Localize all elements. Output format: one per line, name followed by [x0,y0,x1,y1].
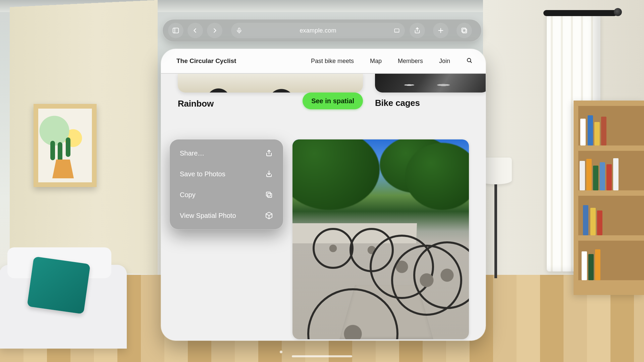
card-bike-cages: Bike cages [375,74,486,108]
nav-past-bike-meets[interactable]: Past bike meets [311,58,354,65]
sidebar-icon [172,27,179,34]
wall-art-plant [38,109,92,182]
wall-art-frame [34,104,97,187]
svg-rect-0 [173,28,179,33]
share-button[interactable] [410,23,425,38]
tabs-overview-button[interactable] [457,23,472,38]
cushion-teal [27,256,90,314]
svg-rect-8 [463,29,467,33]
chevron-right-icon [211,27,218,34]
plus-icon [437,27,444,34]
site-nav: Past bike meets Map Members Join [311,57,472,65]
browser-toolbar: example.com [163,19,481,42]
back-button[interactable] [187,23,203,38]
site-search-button[interactable] [466,57,472,65]
bookshelf [574,101,644,295]
svg-rect-12 [268,193,272,197]
context-menu-share[interactable]: Share… [172,143,280,164]
nav-join[interactable]: Join [439,58,450,65]
sofa [0,265,127,349]
tabs-icon [461,27,468,34]
context-menu: Share… Save to Photos [170,139,283,229]
spatial-photo-bikes[interactable] [292,139,469,339]
microphone-icon [236,27,243,34]
pagination-dot [280,351,282,353]
share-icon [265,149,273,157]
search-icon [466,57,472,63]
forward-button[interactable] [207,23,222,38]
thumbnail-rainbow-bike[interactable] [178,74,363,93]
site-title: The Circular Cyclist [176,57,236,65]
svg-rect-9 [462,28,466,32]
new-tab-button[interactable] [433,23,448,38]
curtain-rod [543,10,617,16]
see-in-spatial-button[interactable]: See in spatial [303,93,363,109]
svg-rect-2 [238,28,240,31]
nav-map[interactable]: Map [370,58,382,65]
card-rainbow-title: Rainbow [178,99,214,109]
card-rainbow: Rainbow See in spatial [178,74,363,109]
address-bar[interactable]: example.com [231,23,405,38]
context-menu-copy[interactable]: Copy [172,184,280,205]
share-icon [414,27,421,34]
context-menu-save-to-photos[interactable]: Save to Photos [172,164,280,184]
sidebar-toggle-button[interactable] [168,23,183,38]
cube-icon [265,212,273,220]
context-menu-share-label: Share… [180,149,260,157]
context-menu-view-spatial-photo[interactable]: View Spatial Photo [172,205,280,226]
reader-mode-icon [393,27,400,34]
chevron-left-icon [192,27,199,34]
svg-line-11 [470,61,472,63]
copy-icon [265,191,273,199]
thumbnail-bike-cages[interactable] [375,74,486,93]
svg-rect-13 [266,192,270,196]
svg-rect-4 [394,29,399,32]
url-text: example.com [245,27,391,34]
nav-members[interactable]: Members [398,58,423,65]
page-content: Rainbow See in spatial Bike cages Share… [161,74,486,341]
context-menu-view-spatial-label: View Spatial Photo [180,212,260,220]
card-bike-cages-title: Bike cages [375,98,486,108]
home-indicator[interactable] [292,355,352,357]
context-menu-save-label: Save to Photos [180,170,260,178]
download-icon [265,170,273,178]
browser-window: The Circular Cyclist Past bike meets Map… [161,49,486,341]
site-header: The Circular Cyclist Past bike meets Map… [161,49,486,74]
context-menu-copy-label: Copy [180,191,260,199]
